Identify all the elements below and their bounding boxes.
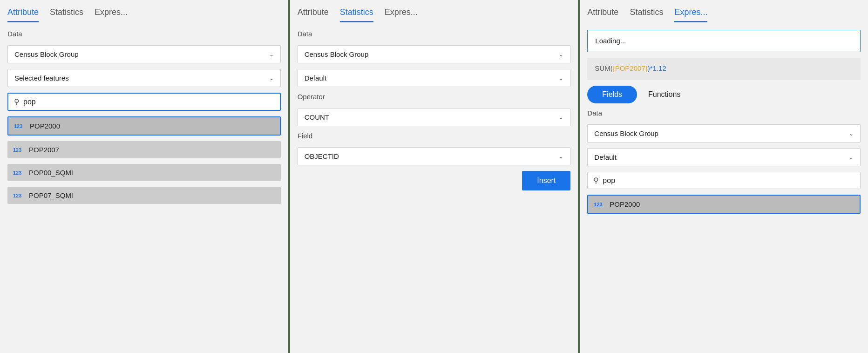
list-item-pop2007[interactable]: 123 POP2007 bbox=[7, 141, 281, 158]
functions-button[interactable]: Functions bbox=[648, 90, 680, 99]
dropdown-census-2-value: Census Block Group bbox=[305, 50, 369, 58]
dropdown-objectid[interactable]: OBJECTID ⌄ bbox=[298, 147, 571, 165]
tab-statistics-3[interactable]: Statistics bbox=[630, 7, 663, 22]
search-icon-1: ⚲ bbox=[14, 97, 20, 106]
dropdown-census-2[interactable]: Census Block Group ⌄ bbox=[298, 45, 571, 63]
chevron-down-icon-7: ⌄ bbox=[849, 130, 854, 137]
chevron-down-icon-1: ⌄ bbox=[269, 51, 274, 58]
dropdown-selected-features[interactable]: Selected features ⌄ bbox=[7, 69, 281, 87]
dropdown-objectid-value: OBJECTID bbox=[305, 152, 339, 160]
chevron-down-icon-8: ⌄ bbox=[849, 154, 854, 161]
list-item-pop00sqmi-label: POP00_SQMI bbox=[29, 169, 73, 176]
data-label-1: Data bbox=[7, 30, 281, 38]
fields-functions-row: Fields Functions bbox=[587, 86, 861, 103]
dropdown-default-3-value: Default bbox=[594, 153, 617, 161]
dropdown-census-1[interactable]: Census Block Group ⌄ bbox=[7, 45, 281, 63]
data-label-3: Data bbox=[587, 109, 861, 117]
expression-formula-display: SUM({POP2007})*1.12 bbox=[587, 58, 861, 80]
dropdown-default-2[interactable]: Default ⌄ bbox=[298, 69, 571, 87]
tab-statistics-1[interactable]: Statistics bbox=[50, 7, 83, 22]
field-label: Field bbox=[298, 132, 571, 140]
tab-express-1[interactable]: Expres... bbox=[95, 7, 128, 22]
type-badge-pop07sqmi: 123 bbox=[13, 193, 24, 198]
dropdown-count[interactable]: COUNT ⌄ bbox=[298, 108, 571, 126]
expression-suffix: )*1.12 bbox=[648, 64, 666, 72]
panel-expression: Attribute Statistics Expres... Loading..… bbox=[580, 0, 868, 353]
list-item-pop2000-3-label: POP2000 bbox=[610, 200, 640, 208]
panel-statistics: Attribute Statistics Expres... Data Cens… bbox=[290, 0, 580, 353]
chevron-down-icon-3: ⌄ bbox=[559, 51, 563, 58]
chevron-down-icon-5: ⌄ bbox=[559, 114, 563, 121]
type-badge-pop2000-3: 123 bbox=[594, 202, 605, 207]
list-item-pop2000[interactable]: 123 POP2000 bbox=[7, 116, 281, 136]
search-box-3[interactable]: ⚲ bbox=[587, 172, 861, 189]
data-label-2: Data bbox=[298, 30, 571, 38]
search-input-1[interactable] bbox=[23, 98, 274, 106]
list-item-pop2000-3[interactable]: 123 POP2000 bbox=[587, 195, 861, 214]
panel2-tabs: Attribute Statistics Expres... bbox=[290, 0, 578, 22]
list-item-pop2007-label: POP2007 bbox=[29, 146, 59, 154]
panel1-tabs: Attribute Statistics Expres... bbox=[0, 0, 288, 22]
expression-input-box[interactable]: Loading... bbox=[587, 30, 861, 52]
tab-attribute-3[interactable]: Attribute bbox=[587, 7, 618, 22]
dropdown-census-3[interactable]: Census Block Group ⌄ bbox=[587, 124, 861, 143]
chevron-down-icon-2: ⌄ bbox=[269, 75, 274, 81]
tab-express-2[interactable]: Expres... bbox=[385, 7, 418, 22]
tab-express-3[interactable]: Expres... bbox=[674, 7, 707, 22]
chevron-down-icon-6: ⌄ bbox=[559, 153, 563, 160]
insert-button[interactable]: Insert bbox=[522, 171, 570, 190]
dropdown-count-value: COUNT bbox=[305, 113, 329, 121]
expression-field: {POP2007} bbox=[613, 64, 648, 72]
dropdown-census-3-value: Census Block Group bbox=[594, 129, 658, 137]
list-item-pop07sqmi-label: POP07_SQMI bbox=[29, 191, 73, 199]
list-item-pop07sqmi[interactable]: 123 POP07_SQMI bbox=[7, 187, 281, 204]
fields-button[interactable]: Fields bbox=[587, 86, 637, 103]
list-item-pop2000-label: POP2000 bbox=[30, 122, 60, 130]
panel3-content: Loading... SUM({POP2007})*1.12 Fields Fu… bbox=[580, 22, 868, 353]
panel1-content: Data Census Block Group ⌄ Selected featu… bbox=[0, 22, 288, 353]
panel-attribute: Attribute Statistics Expres... Data Cens… bbox=[0, 0, 290, 353]
list-item-pop00sqmi[interactable]: 123 POP00_SQMI bbox=[7, 164, 281, 181]
search-box-1[interactable]: ⚲ bbox=[7, 93, 281, 111]
search-input-3[interactable] bbox=[603, 176, 854, 185]
dropdown-census-1-value: Census Block Group bbox=[14, 50, 79, 58]
dropdown-default-2-value: Default bbox=[305, 74, 327, 82]
type-badge-pop2007: 123 bbox=[13, 147, 24, 153]
type-badge-pop2000: 123 bbox=[14, 123, 25, 129]
dropdown-default-3[interactable]: Default ⌄ bbox=[587, 148, 861, 166]
dropdown-selected-features-value: Selected features bbox=[14, 74, 69, 82]
panel2-content: Data Census Block Group ⌄ Default ⌄ Oper… bbox=[290, 22, 578, 353]
chevron-down-icon-4: ⌄ bbox=[559, 75, 563, 81]
tab-statistics-2[interactable]: Statistics bbox=[340, 7, 373, 22]
search-icon-3: ⚲ bbox=[593, 176, 599, 185]
operator-label: Operator bbox=[298, 93, 571, 101]
expression-func: SUM( bbox=[595, 64, 612, 72]
tab-attribute-2[interactable]: Attribute bbox=[298, 7, 329, 22]
tab-attribute-1[interactable]: Attribute bbox=[7, 7, 39, 22]
panel3-tabs: Attribute Statistics Expres... bbox=[580, 0, 868, 22]
type-badge-pop00sqmi: 123 bbox=[13, 170, 24, 176]
